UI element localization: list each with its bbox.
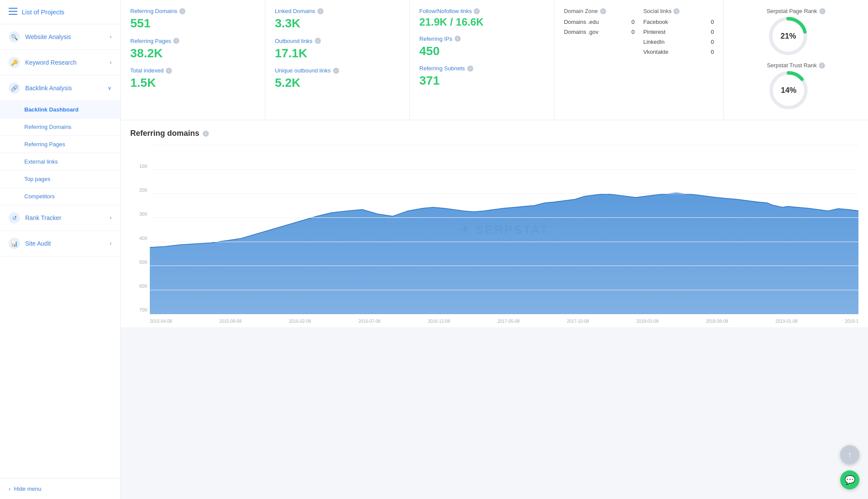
chart-svg (150, 145, 858, 314)
info-icon-sl[interactable]: i (673, 8, 680, 14)
x-label-9: 2019-01-08 (776, 319, 798, 324)
x-label-7: 2018-03-08 (637, 319, 659, 324)
submenu-item-competitors[interactable]: Competitors (0, 188, 120, 205)
x-label-3: 2016-07-08 (358, 319, 380, 324)
grid-line-400 (150, 217, 858, 218)
y-label-400: 400 (130, 236, 150, 241)
referring-pages-value: 38.2K (130, 46, 255, 61)
submenu-item-referring-pages[interactable]: Referring Pages (0, 136, 120, 153)
info-icon-ti[interactable]: i (166, 68, 172, 74)
chart-wrapper: 700 600 500 400 300 200 100 (130, 145, 858, 327)
x-label-8: 2018-08-08 (706, 319, 728, 324)
referring-ips-label: Referring IPs i (419, 36, 545, 42)
info-icon-chart[interactable]: i (203, 131, 209, 137)
stat-card-follow: Follow/Nofollow links i 21.9K / 16.6K Re… (410, 0, 554, 120)
stat-card-domain-social: Domain Zone i Domains .edu 0 Domains .go… (554, 0, 724, 120)
info-icon-dz[interactable]: i (600, 8, 606, 14)
sidebar-item-backlink-analysis[interactable]: 🔗 Backlink Analysis ∨ (0, 76, 120, 101)
submenu-item-top-pages[interactable]: Top pages (0, 171, 120, 188)
info-icon-rd[interactable]: i (179, 8, 185, 14)
grid-line-600 (150, 169, 858, 170)
sidebar-item-rank-tracker[interactable]: ↺ Rank Tracker ‹ (0, 205, 120, 231)
info-icon-fn[interactable]: i (474, 8, 480, 14)
referring-subnets-label: Referring Subnets i (419, 65, 545, 72)
sidebar: List of Projects 🔍 Website Analysis ‹ 🔑 … (0, 0, 121, 499)
unique-outbound-label: Unique outbound links i (275, 67, 400, 74)
grid-line-200 (150, 266, 858, 266)
sidebar-header-label: List of Projects (22, 8, 64, 16)
chart-section: Referring domains i 700 600 500 400 300 … (121, 120, 868, 327)
stat-card-linked: Linked Domains i 3.3K Outbound links i 1… (265, 0, 410, 120)
scroll-top-button[interactable]: ↑ (840, 445, 859, 464)
domain-gov-row: Domains .gov 0 (564, 29, 635, 35)
y-label-100: 100 (130, 164, 150, 169)
x-label-2: 2016-02-08 (289, 319, 311, 324)
submenu-item-backlink-dashboard[interactable]: Backlink Dashboard (0, 101, 120, 118)
linked-domains-label: Linked Domains i (275, 8, 400, 14)
serpstat-trust-rank-title: Serpstat Trust Rank i (767, 62, 825, 69)
sidebar-header[interactable]: List of Projects (0, 0, 120, 24)
scroll-top-icon: ↑ (848, 450, 852, 460)
stat-card-serpstat-ranks: Serpstat Page Rank i 21% Serpstat Trust … (724, 0, 868, 120)
website-analysis-icon: 🔍 (9, 31, 20, 43)
svg-rect-0 (9, 8, 17, 9)
outbound-links-value: 17.1K (275, 46, 400, 61)
info-icon-str[interactable]: i (819, 62, 825, 69)
grid-line-500 (150, 194, 858, 194)
info-icon-spr[interactable]: i (819, 8, 825, 14)
hide-menu-arrow-icon: ‹ (9, 486, 10, 492)
vkontakte-row: Vkontakte 0 (643, 49, 714, 55)
sidebar-item-label-rank-tracker: Rank Tracker (25, 214, 61, 221)
y-label-600: 600 (130, 283, 150, 289)
x-label-4: 2016-12-08 (428, 319, 450, 324)
chart-title: Referring domains i (130, 129, 858, 138)
info-icon-rp[interactable]: i (173, 38, 179, 44)
chart-x-axis: 2015-04-08 2015-09-08 2016-02-08 2016-07… (150, 315, 858, 327)
y-label-200: 200 (130, 187, 150, 193)
referring-domains-label: Referring Domains i (130, 8, 255, 14)
hamburger-icon[interactable] (9, 8, 17, 16)
sidebar-item-label-keyword-research: Keyword Research (25, 59, 76, 66)
info-icon-uol[interactable]: i (333, 68, 339, 74)
sidebar-item-keyword-research[interactable]: 🔑 Keyword Research ‹ (0, 50, 120, 76)
y-label-500: 500 (130, 259, 150, 265)
social-links-title: Social links i (643, 8, 714, 14)
stat-card-referring: Referring Domains i 551 Referring Pages … (121, 0, 265, 120)
chart-area: ✈ SERPSTAT (150, 145, 858, 314)
info-icon-ol[interactable]: i (315, 38, 321, 44)
chevron-icon: ‹ (110, 34, 112, 40)
sidebar-item-website-analysis[interactable]: 🔍 Website Analysis ‹ (0, 24, 120, 50)
x-label-0: 2015-04-08 (150, 319, 172, 324)
y-label-300: 300 (130, 211, 150, 217)
serpstat-trust-rank-value: 14% (781, 86, 796, 95)
backlink-analysis-icon: 🔗 (9, 82, 20, 94)
chat-icon: 💬 (845, 475, 855, 485)
chevron-icon-kw: ‹ (110, 59, 112, 66)
domain-zone-column: Domain Zone i Domains .edu 0 Domains .go… (564, 8, 635, 59)
total-indexed-label: Total indexed i (130, 67, 255, 74)
follow-nofollow-label: Follow/Nofollow links i (419, 8, 545, 14)
info-icon-ri[interactable]: i (455, 36, 461, 42)
backlink-submenu: Backlink Dashboard Referring Domains Ref… (0, 101, 120, 205)
serpstat-page-rank-value: 21% (780, 32, 796, 41)
linked-domains-value: 3.3K (275, 16, 400, 31)
submenu-item-external-links[interactable]: External links (0, 153, 120, 171)
info-icon-rs[interactable]: i (467, 66, 473, 72)
x-label-1: 2015-09-08 (219, 319, 241, 324)
chevron-down-icon: ∨ (108, 85, 112, 91)
hide-menu-button[interactable]: ‹ Hide menu (0, 478, 120, 499)
outbound-links-label: Outbound links i (275, 38, 400, 44)
grid-line-700 (150, 145, 858, 145)
info-icon-ld[interactable]: i (317, 8, 323, 14)
referring-subnets-value: 371 (419, 73, 545, 88)
submenu-item-referring-domains[interactable]: Referring Domains (0, 118, 120, 136)
sidebar-item-site-audit[interactable]: 📊 Site Audit ‹ (0, 231, 120, 256)
hide-menu-label: Hide menu (14, 486, 41, 492)
chat-button[interactable]: 💬 (840, 470, 859, 489)
serpstat-trust-rank-donut: 14% (767, 69, 810, 112)
grid-line-300 (150, 242, 858, 242)
social-links-column: Social links i Facebook 0 Pinterest 0 Li… (643, 8, 714, 59)
domain-zone-title: Domain Zone i (564, 8, 635, 14)
referring-domains-value: 551 (130, 16, 255, 31)
pinterest-row: Pinterest 0 (643, 29, 714, 35)
